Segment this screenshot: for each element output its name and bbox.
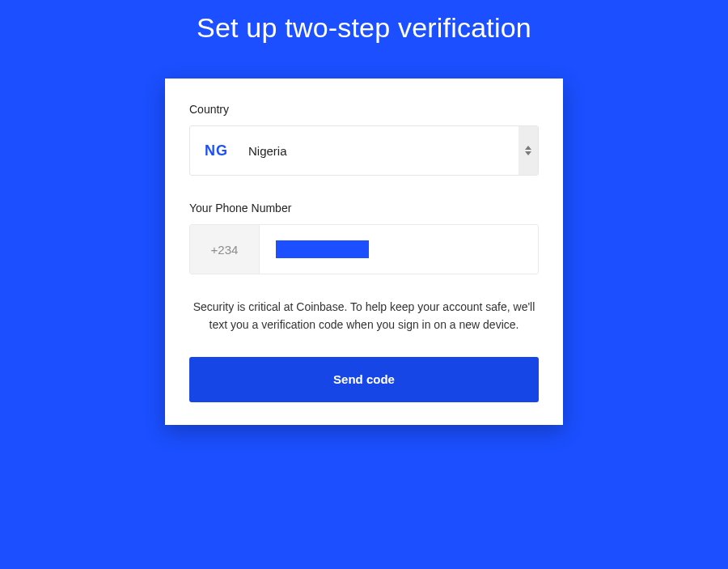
redacted-phone-value (276, 240, 369, 258)
page-title: Set up two-step verification (0, 0, 728, 48)
country-code-badge: NG (190, 142, 248, 159)
country-select[interactable]: NG Nigeria (189, 125, 539, 176)
select-handle-icon[interactable] (518, 126, 538, 175)
phone-label: Your Phone Number (189, 202, 539, 214)
dial-code: +234 (190, 225, 260, 274)
send-code-button[interactable]: Send code (189, 357, 539, 402)
phone-field: +234 (189, 224, 539, 274)
country-label: Country (189, 103, 539, 116)
verification-card: Country NG Nigeria Your Phone Number +23… (165, 79, 563, 424)
security-info-text: Security is critical at Coinbase. To hel… (189, 299, 539, 333)
country-name: Nigeria (248, 144, 287, 158)
phone-input[interactable] (260, 225, 538, 274)
